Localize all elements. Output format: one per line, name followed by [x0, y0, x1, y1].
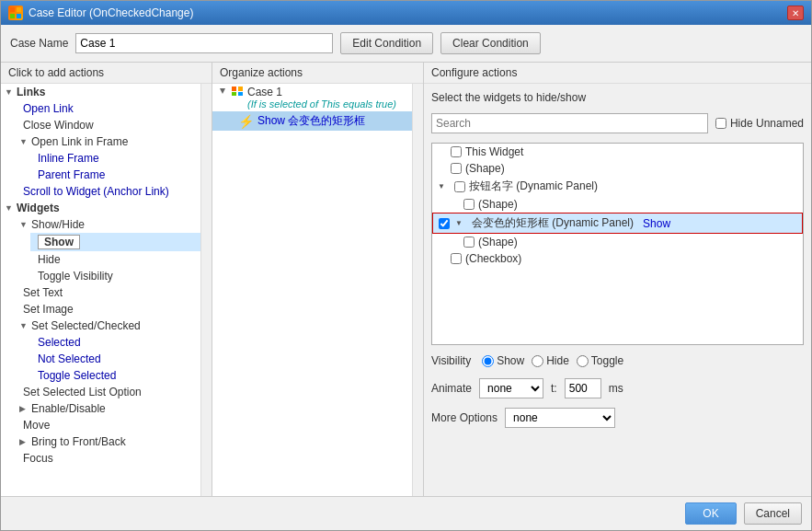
case-label: Case 1	[247, 86, 396, 98]
more-options-label: More Options	[431, 411, 497, 424]
toggle-visibility-item[interactable]: Toggle Visibility	[30, 268, 200, 284]
edit-condition-button[interactable]: Edit Condition	[340, 32, 433, 54]
condition-text: (If is selected of This equals true)	[247, 98, 396, 110]
toggle-selected-item[interactable]: Toggle Selected	[30, 367, 200, 384]
action-row[interactable]: ⚡ Show 会变色的矩形框	[212, 111, 412, 131]
right-panel: Configure actions Select the widgets to …	[424, 63, 811, 496]
hide-item[interactable]: Hide	[30, 251, 200, 268]
btn-panel-arrow-icon	[438, 182, 447, 191]
animate-row: Animate none fade slide t: ms	[431, 376, 804, 400]
search-input[interactable]	[431, 113, 708, 133]
widget-item-dyn-panel[interactable]: 会变色的矩形框 (Dynamic Panel) Show	[432, 213, 803, 234]
svg-rect-8	[238, 92, 243, 96]
scroll-to-widget-item[interactable]: Scroll to Widget (Anchor Link)	[16, 183, 200, 200]
widget-item-shape3[interactable]: (Shape)	[432, 234, 803, 250]
widgets-arrow-icon	[5, 203, 14, 213]
more-options-select[interactable]: none	[505, 408, 615, 428]
close-window-item[interactable]: Close Window	[16, 117, 200, 133]
widget-item-shape1[interactable]: (Shape)	[432, 160, 803, 177]
visibility-row: Visibility Show Hide Toggle	[431, 351, 804, 371]
main-content: Click to add actions Links Open Link Clo…	[1, 63, 811, 496]
btn-panel-checkbox[interactable]	[454, 181, 465, 192]
enable-disable-label: Enable/Disable	[31, 402, 106, 415]
shape3-label: (Shape)	[478, 236, 518, 248]
bring-front-back-group[interactable]: Bring to Front/Back	[16, 433, 200, 450]
this-widget-label: This Widget	[465, 145, 523, 158]
tree-group-widgets[interactable]: Widgets	[1, 200, 200, 216]
window-title: Case Editor (OnCheckedChange)	[29, 6, 193, 19]
search-row: Hide Unnamed	[431, 113, 804, 133]
case-row[interactable]: Case 1 (If is selected of This equals tr…	[212, 84, 412, 111]
middle-panel-scroll-container: Case 1 (If is selected of This equals tr…	[212, 84, 423, 496]
middle-panel-scroll[interactable]: Case 1 (If is selected of This equals tr…	[212, 84, 412, 496]
animate-label: Animate	[431, 382, 472, 395]
shape1-checkbox[interactable]	[451, 163, 462, 174]
left-panel-scroll[interactable]: Links Open Link Close Window Open Link i…	[1, 84, 200, 496]
dyn-panel-checkbox[interactable]	[439, 218, 450, 229]
visibility-hide-option[interactable]: Hide	[532, 354, 569, 367]
left-panel-header: Click to add actions	[1, 63, 212, 84]
move-item[interactable]: Move	[16, 417, 200, 433]
shape2-checkbox[interactable]	[463, 199, 475, 210]
left-scrollbar[interactable]	[200, 84, 212, 496]
svg-rect-1	[17, 7, 21, 12]
ok-button[interactable]: OK	[685, 502, 736, 525]
svg-rect-5	[232, 87, 236, 91]
show-action-item[interactable]: Show	[30, 233, 200, 251]
title-bar: Case Editor (OnCheckedChange) ✕	[1, 1, 811, 25]
widget-item-shape2[interactable]: (Shape)	[432, 196, 803, 213]
bring-front-back-arrow-icon	[19, 437, 29, 446]
enable-disable-arrow-icon	[19, 404, 29, 413]
action-text: Show 会变色的矩形框	[257, 113, 365, 129]
hide-unnamed-checkbox[interactable]	[715, 118, 726, 129]
parent-frame-item[interactable]: Parent Frame	[30, 167, 200, 183]
show-hide-label: Show/Hide	[31, 218, 85, 231]
not-selected-item[interactable]: Not Selected	[30, 351, 200, 367]
this-widget-checkbox[interactable]	[451, 146, 462, 157]
widget-list[interactable]: This Widget (Shape) 按钮名字 (Dynamic Panel)	[431, 143, 804, 345]
visibility-radio-group: Show Hide Toggle	[482, 354, 623, 367]
selected-item[interactable]: Selected	[30, 334, 200, 351]
set-selected-group[interactable]: Set Selected/Checked	[16, 317, 200, 334]
checkbox1-checkbox[interactable]	[451, 253, 462, 264]
set-image-item[interactable]: Set Image	[16, 301, 200, 317]
inline-frame-item[interactable]: Inline Frame	[30, 150, 200, 167]
clear-condition-button[interactable]: Clear Condition	[440, 32, 541, 54]
visibility-hide-label: Hide	[546, 354, 569, 367]
middle-panel-header: Organize actions	[212, 63, 423, 84]
visibility-toggle-radio[interactable]	[577, 355, 589, 367]
visibility-hide-radio[interactable]	[532, 355, 543, 367]
widget-item-checkbox1[interactable]: (Checkbox)	[432, 250, 803, 267]
animate-select[interactable]: none fade slide	[479, 378, 543, 398]
visibility-toggle-option[interactable]: Toggle	[577, 354, 623, 367]
visibility-show-radio[interactable]	[482, 355, 494, 367]
show-hide-arrow-icon	[19, 220, 29, 229]
case-editor-window: Case Editor (OnCheckedChange) ✕ Case Nam…	[0, 0, 812, 531]
set-text-item[interactable]: Set Text	[16, 284, 200, 301]
case-name-input[interactable]	[75, 33, 333, 53]
window-icon	[8, 6, 23, 20]
svg-rect-7	[232, 92, 236, 96]
middle-scrollbar[interactable]	[412, 84, 423, 496]
shape3-checkbox[interactable]	[463, 237, 475, 248]
close-button[interactable]: ✕	[787, 6, 804, 20]
ms-label: ms	[609, 382, 623, 395]
svg-rect-3	[17, 14, 21, 18]
tree-group-links[interactable]: Links	[1, 84, 200, 100]
show-hide-group[interactable]: Show/Hide	[16, 216, 200, 233]
open-link-frame-group[interactable]: Open Link in Frame	[16, 133, 200, 150]
open-link-item[interactable]: Open Link	[16, 100, 200, 117]
title-controls[interactable]: ✕	[787, 6, 804, 20]
cancel-button[interactable]: Cancel	[744, 502, 802, 525]
enable-disable-group[interactable]: Enable/Disable	[16, 400, 200, 417]
widget-item-btn-panel[interactable]: 按钮名字 (Dynamic Panel)	[432, 177, 803, 196]
focus-item[interactable]: Focus	[16, 450, 200, 467]
set-selected-list-item[interactable]: Set Selected List Option	[16, 384, 200, 400]
middle-panel: Organize actions	[212, 63, 424, 496]
svg-rect-2	[10, 14, 15, 18]
visibility-show-option[interactable]: Show	[482, 354, 524, 367]
show-hide-children: Show Hide Toggle Visibility	[30, 233, 200, 284]
t-input[interactable]	[565, 378, 601, 398]
widget-item-this-widget[interactable]: This Widget	[432, 144, 803, 160]
open-link-frame-children: Inline Frame Parent Frame	[30, 150, 200, 183]
